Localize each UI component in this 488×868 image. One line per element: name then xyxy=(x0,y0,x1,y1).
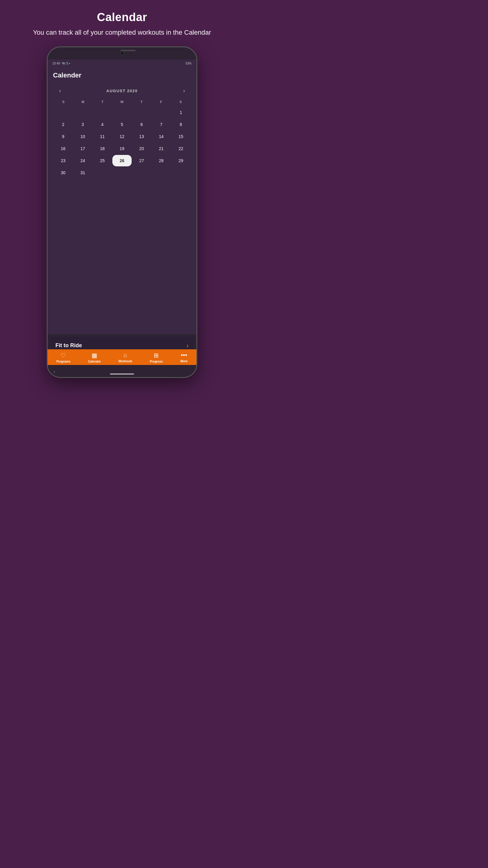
calendar-day[interactable]: 19 xyxy=(112,143,131,154)
calendar-day[interactable]: 20 xyxy=(132,143,151,154)
nav-icon-programs: ♡ xyxy=(61,352,66,359)
nav-item-more[interactable]: ••• More xyxy=(181,352,188,363)
calendar-day xyxy=(171,167,190,179)
calendar-day[interactable]: 5 xyxy=(112,119,131,130)
next-month-button[interactable]: › xyxy=(181,87,187,95)
calendar-day[interactable]: 22 xyxy=(171,143,190,154)
nav-label-calender: Calender xyxy=(88,360,101,363)
month-label: AUGUST 2020 xyxy=(106,89,138,93)
phone-mockup: 10:49 📷 S • 53% Calender ‹ AUGUST 2020 ›… xyxy=(47,46,197,378)
weekday-fri: F xyxy=(151,99,171,105)
page-subtitle: You can track all of your completed work… xyxy=(15,28,229,37)
bottom-nav: ♡ Programs ▦ Calender ⌂ Workouts ⊞ Progr… xyxy=(47,349,196,365)
nav-item-programs[interactable]: ♡ Programs xyxy=(56,352,70,363)
nav-label-programs: Programs xyxy=(56,360,70,363)
nav-icon-workouts: ⌂ xyxy=(124,352,127,359)
calendar-day xyxy=(73,107,92,118)
calendar-container: ‹ AUGUST 2020 › S M T W T F S 1234567891… xyxy=(47,83,196,334)
calendar-day[interactable]: 15 xyxy=(171,131,190,142)
nav-item-progress[interactable]: ⊞ Progress xyxy=(150,352,163,363)
calendar-day[interactable]: 27 xyxy=(132,155,151,166)
prev-month-button[interactable]: ‹ xyxy=(57,87,63,95)
calendar-day[interactable]: 17 xyxy=(73,143,92,154)
nav-label-progress: Progress xyxy=(150,360,163,363)
status-icons: 📷 S • xyxy=(62,62,70,65)
phone-camera xyxy=(120,51,124,55)
weekday-thu: T xyxy=(132,99,151,105)
calendar-day xyxy=(112,167,131,179)
weekday-headers: S M T W T F S xyxy=(54,99,190,105)
calendar-day[interactable]: 8 xyxy=(171,119,190,130)
calendar-day[interactable]: 23 xyxy=(54,155,73,166)
calendar-day xyxy=(132,167,151,179)
weekday-mon: M xyxy=(73,99,93,105)
calendar-day[interactable]: 30 xyxy=(54,167,73,179)
calendar-day xyxy=(93,167,112,179)
calendar-day xyxy=(152,107,171,118)
status-left: 10:49 📷 S • xyxy=(53,62,70,65)
calendar-day[interactable]: 21 xyxy=(152,143,171,154)
calendar-day[interactable]: 9 xyxy=(54,131,73,142)
calendar-days: 1234567891011121314151617181920212223242… xyxy=(54,107,190,179)
home-bar: ‹ xyxy=(47,365,196,377)
calendar-day[interactable]: 28 xyxy=(152,155,171,166)
calendar-day[interactable]: 11 xyxy=(93,131,112,142)
phone-top-physical xyxy=(47,47,196,59)
back-button[interactable]: ‹ xyxy=(54,369,55,374)
weekday-sun: S xyxy=(54,99,73,105)
nav-icon-calender: ▦ xyxy=(92,352,97,359)
calendar-day[interactable]: 16 xyxy=(54,143,73,154)
calendar-day[interactable]: 6 xyxy=(132,119,151,130)
calendar-day xyxy=(132,107,151,118)
calendar-day xyxy=(93,107,112,118)
calendar-day[interactable]: 13 xyxy=(132,131,151,142)
status-time: 10:49 xyxy=(53,62,60,65)
status-right: 53% xyxy=(186,62,192,65)
calendar-day[interactable]: 7 xyxy=(152,119,171,130)
nav-icon-more: ••• xyxy=(181,352,187,359)
calendar-day[interactable]: 24 xyxy=(73,155,92,166)
weekday-wed: W xyxy=(112,99,132,105)
calendar-nav: ‹ AUGUST 2020 › xyxy=(51,83,193,99)
app-header: Calender xyxy=(47,68,196,83)
side-button xyxy=(197,126,197,141)
calendar-day[interactable]: 18 xyxy=(93,143,112,154)
calendar-day[interactable]: 2 xyxy=(54,119,73,130)
calendar-day[interactable]: 29 xyxy=(171,155,190,166)
nav-label-more: More xyxy=(181,360,188,363)
weekday-tue: T xyxy=(93,99,112,105)
workout-chevron-icon: › xyxy=(187,342,189,349)
calendar-day[interactable]: 26 xyxy=(112,155,131,166)
calendar-day[interactable]: 3 xyxy=(73,119,92,130)
app-header-title: Calender xyxy=(53,71,191,79)
status-bar: 10:49 📷 S • 53% xyxy=(47,59,196,68)
home-indicator[interactable] xyxy=(110,373,134,375)
weekday-sat: S xyxy=(171,99,190,105)
calendar-day[interactable]: 1 xyxy=(171,107,190,118)
calendar-day xyxy=(54,107,73,118)
workout-item-title: Fit to Ride xyxy=(56,342,82,349)
calendar-day[interactable]: 12 xyxy=(112,131,131,142)
nav-item-workouts[interactable]: ⌂ Workouts xyxy=(119,352,132,363)
calendar-day[interactable]: 31 xyxy=(73,167,92,179)
calendar-day[interactable]: 14 xyxy=(152,131,171,142)
nav-icon-progress: ⊞ xyxy=(154,352,159,359)
calendar-day[interactable]: 25 xyxy=(93,155,112,166)
calendar-day[interactable]: 4 xyxy=(93,119,112,130)
calendar-grid: S M T W T F S 12345678910111213141516171… xyxy=(51,99,193,179)
page-title: Calendar xyxy=(97,11,147,24)
calendar-day xyxy=(112,107,131,118)
calendar-day xyxy=(152,167,171,179)
status-battery: 53% xyxy=(186,62,192,65)
nav-label-workouts: Workouts xyxy=(119,360,132,363)
calendar-day[interactable]: 10 xyxy=(73,131,92,142)
nav-item-calender[interactable]: ▦ Calender xyxy=(88,352,101,363)
